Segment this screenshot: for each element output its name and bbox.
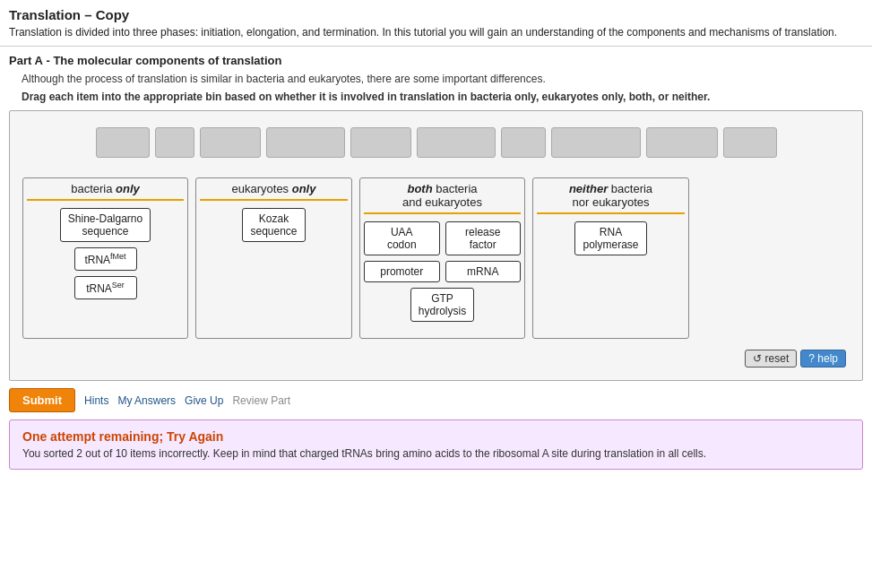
part-label: Part A <box>9 54 43 67</box>
bins-container: bacteria only Shine-Dalgarnosequence tRN… <box>19 177 853 346</box>
slot-8[interactable] <box>551 127 641 158</box>
bottom-buttons: ↺ reset ? help <box>19 346 853 371</box>
page-description: Translation is divided into three phases… <box>0 26 872 47</box>
bin-neither-header: neither bacterianor eukaryotes <box>537 182 685 214</box>
reset-button[interactable]: ↺ reset <box>745 350 797 368</box>
part-header: Part A - The molecular components of tra… <box>0 47 872 71</box>
slot-5[interactable] <box>350 127 411 158</box>
part-sub: Although the process of translation is s… <box>0 71 872 89</box>
item-trna-fmet[interactable]: tRNAfMet <box>74 247 137 271</box>
item-rna-polymerase[interactable]: RNApolymerase <box>574 221 646 255</box>
slot-9[interactable] <box>646 127 718 158</box>
slot-2[interactable] <box>155 127 194 158</box>
bin-bacteria-only-header: bacteria only <box>27 182 184 201</box>
bin-both-header: both bacteriaand eukaryotes <box>364 182 521 214</box>
item-promoter[interactable]: promoter <box>364 261 440 282</box>
item-mrna[interactable]: mRNA <box>445 261 522 282</box>
slot-6[interactable] <box>417 127 496 158</box>
bin-neither[interactable]: neither bacterianor eukaryotes RNApolyme… <box>532 177 689 339</box>
help-button[interactable]: ? help <box>800 350 846 368</box>
bin-eukaryotes-only-items: Kozaksequence <box>200 208 348 242</box>
slot-row-2 <box>646 127 777 158</box>
review-part-label: Review Part <box>232 394 290 407</box>
item-gtp-hydrolysis[interactable]: GTPhydrolysis <box>410 288 474 322</box>
drag-area: bacteria only Shine-Dalgarnosequence tRN… <box>9 110 863 381</box>
item-uaa-codon[interactable]: UAAcodon <box>364 221 440 255</box>
feedback-box: One attempt remaining; Try Again You sor… <box>9 419 863 470</box>
draggable-items-pool <box>19 120 853 177</box>
bin-eukaryotes-only-header: eukaryotes only <box>200 182 348 201</box>
bin-bacteria-only[interactable]: bacteria only Shine-Dalgarnosequence tRN… <box>22 177 188 339</box>
page-title: Translation – Copy <box>0 0 872 26</box>
item-trna-ser[interactable]: tRNASer <box>74 276 137 299</box>
bin-eukaryotes-only[interactable]: eukaryotes only Kozaksequence <box>195 177 352 339</box>
part-title: The molecular components of translation <box>53 54 281 67</box>
item-release-factor[interactable]: releasefactor <box>445 221 522 255</box>
bin-neither-items: RNApolymerase <box>537 221 685 255</box>
hints-link[interactable]: Hints <box>84 394 108 407</box>
slot-4[interactable] <box>266 127 345 158</box>
feedback-text: You sorted 2 out of 10 items incorrectly… <box>22 447 850 460</box>
slot-3[interactable] <box>200 127 261 158</box>
submit-button[interactable]: Submit <box>9 388 75 412</box>
slot-7[interactable] <box>501 127 546 158</box>
give-up-link[interactable]: Give Up <box>185 394 223 407</box>
item-shine-dalgarno[interactable]: Shine-Dalgarnosequence <box>60 208 151 242</box>
bin-both-items: UAAcodon releasefactor promoter mRNA GTP… <box>364 221 521 322</box>
slot-row-1 <box>96 127 641 158</box>
feedback-title: One attempt remaining; Try Again <box>22 429 850 444</box>
part-instruction: Drag each item into the appropriate bin … <box>0 89 872 110</box>
my-answers-link[interactable]: My Answers <box>117 394 176 407</box>
bin-both[interactable]: both bacteriaand eukaryotes UAAcodon rel… <box>359 177 525 339</box>
bin-bacteria-only-items: Shine-Dalgarnosequence tRNAfMet tRNASer <box>27 208 184 299</box>
slot-10[interactable] <box>723 127 777 158</box>
slot-1[interactable] <box>96 127 150 158</box>
item-kozak[interactable]: Kozaksequence <box>242 208 305 242</box>
action-bar: Submit Hints My Answers Give Up Review P… <box>0 381 872 419</box>
